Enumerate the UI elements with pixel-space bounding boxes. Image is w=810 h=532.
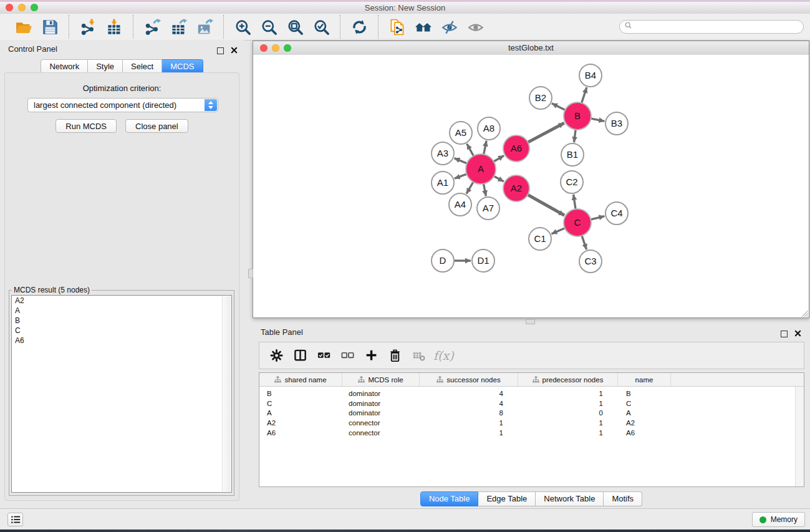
- graph-node-A7[interactable]: A7: [477, 197, 499, 220]
- graph-edge-A-A4[interactable]: [466, 181, 474, 194]
- close-table-panel-icon[interactable]: [794, 328, 801, 339]
- table-cell[interactable]: 1: [518, 429, 618, 437]
- graph-edge-A-A6[interactable]: [493, 156, 504, 163]
- search-input[interactable]: [634, 22, 803, 32]
- graph-edge-C-C1[interactable]: [551, 228, 566, 234]
- tab-select[interactable]: Select: [123, 59, 162, 74]
- close-panel-button[interactable]: Close panel: [125, 119, 188, 133]
- graph-edge-A-A3[interactable]: [455, 158, 468, 164]
- graph-node-D1[interactable]: D1: [472, 249, 494, 272]
- save-session-button[interactable]: [37, 16, 63, 37]
- graph-node-C2[interactable]: C2: [561, 171, 583, 193]
- import-table-button[interactable]: [101, 16, 127, 37]
- graph-edge-A-A7[interactable]: [483, 183, 486, 196]
- table-cell[interactable]: 1: [420, 419, 518, 427]
- table-cell[interactable]: connector: [342, 419, 420, 427]
- column-header-shared-name[interactable]: shared name: [259, 373, 342, 386]
- table-cell[interactable]: A2: [618, 419, 671, 427]
- mcds-result-list[interactable]: A2ABCA6: [11, 295, 232, 493]
- tab-motifs[interactable]: Motifs: [604, 491, 642, 506]
- table-row[interactable]: Bdominator41B: [259, 389, 804, 399]
- table-cell[interactable]: 0: [518, 409, 618, 417]
- table-cell[interactable]: 1: [420, 429, 518, 437]
- task-history-button[interactable]: [7, 513, 23, 526]
- graph-node-C[interactable]: C: [564, 209, 591, 236]
- table-cell[interactable]: B: [259, 390, 342, 397]
- graph-edge-A-A8[interactable]: [483, 141, 486, 156]
- result-list-scrollbar[interactable]: [222, 296, 231, 491]
- table-cell[interactable]: connector: [342, 429, 420, 437]
- window-controls[interactable]: [6, 4, 38, 11]
- tab-node-table[interactable]: Node Table: [420, 491, 479, 506]
- graph-edge-A2-C[interactable]: [527, 194, 565, 215]
- close-panel-icon[interactable]: [231, 45, 238, 56]
- table-cell[interactable]: 1: [518, 419, 618, 427]
- graph-edge-B-B2[interactable]: [552, 104, 566, 110]
- table-cell[interactable]: dominator: [342, 400, 420, 407]
- add-row-button[interactable]: [360, 345, 383, 366]
- table-cell[interactable]: dominator: [342, 409, 420, 417]
- table-row[interactable]: A6connector11A6: [259, 428, 804, 438]
- mcds-result-item[interactable]: A: [12, 306, 231, 316]
- mcds-result-item[interactable]: A2: [12, 296, 231, 306]
- float-table-panel-icon[interactable]: [781, 331, 788, 337]
- tab-style[interactable]: Style: [88, 59, 123, 74]
- search-box[interactable]: [619, 20, 804, 34]
- unselect-all-button[interactable]: [336, 345, 360, 366]
- graph-node-A2[interactable]: A2: [503, 175, 529, 201]
- graph-node-A4[interactable]: A4: [449, 193, 471, 216]
- close-window-icon[interactable]: [6, 4, 13, 11]
- resize-grip-icon[interactable]: [800, 309, 808, 317]
- table-cell[interactable]: 8: [420, 409, 518, 417]
- graph-edge-B-B4[interactable]: [581, 87, 587, 104]
- table-cell[interactable]: B: [618, 390, 671, 397]
- graph-node-B3[interactable]: B3: [605, 112, 628, 135]
- tab-mcds[interactable]: MCDS: [162, 59, 203, 74]
- graph-node-B2[interactable]: B2: [529, 87, 552, 109]
- open-file-button[interactable]: [11, 16, 37, 37]
- mcds-result-item[interactable]: C: [12, 326, 231, 336]
- zoom-out-button[interactable]: [256, 16, 282, 37]
- table-cell[interactable]: 4: [420, 390, 518, 397]
- graph-node-A1[interactable]: A1: [432, 172, 454, 194]
- graph-node-C3[interactable]: C3: [579, 250, 602, 273]
- graph-node-B4[interactable]: B4: [579, 64, 602, 87]
- graph-node-C4[interactable]: C4: [605, 202, 628, 225]
- graph-edge-C-C3[interactable]: [581, 235, 586, 249]
- network-minimize-icon[interactable]: [272, 44, 279, 52]
- column-header-predecessor-nodes[interactable]: predecessor nodes: [518, 373, 618, 386]
- graph-edge-B-B3[interactable]: [590, 118, 605, 122]
- refresh-network-button[interactable]: [346, 16, 372, 37]
- table-cell[interactable]: 4: [420, 400, 518, 407]
- graph-node-B[interactable]: B: [564, 102, 591, 130]
- table-row[interactable]: Adominator80A: [259, 409, 804, 418]
- run-mcds-button[interactable]: Run MCDS: [55, 119, 117, 133]
- graph-node-C1[interactable]: C1: [529, 228, 551, 250]
- column-header-successor-nodes[interactable]: successor nodes: [420, 373, 518, 386]
- mcds-result-item[interactable]: A6: [12, 336, 231, 346]
- graph-edge-C-C4[interactable]: [590, 216, 605, 220]
- tab-network[interactable]: Network: [41, 59, 88, 74]
- delete-row-button[interactable]: [383, 345, 407, 366]
- export-table-button[interactable]: [165, 16, 191, 37]
- graph-node-A5[interactable]: A5: [450, 122, 472, 144]
- network-window-titlebar[interactable]: testGlobe.txt: [253, 41, 809, 56]
- table-cell[interactable]: A6: [259, 429, 342, 437]
- column-header-MCDS-role[interactable]: MCDS role: [342, 373, 420, 386]
- minimize-window-icon[interactable]: [18, 4, 26, 11]
- table-cell[interactable]: 1: [518, 400, 618, 407]
- graph-node-B1[interactable]: B1: [561, 143, 584, 166]
- table-cell[interactable]: dominator: [342, 390, 420, 397]
- table-cell[interactable]: C: [618, 400, 671, 407]
- graph-edge-C-C2[interactable]: [574, 195, 576, 210]
- table-cell[interactable]: A: [259, 409, 342, 417]
- select-all-button[interactable]: [312, 345, 336, 366]
- new-network-from-file-button[interactable]: [384, 16, 410, 37]
- network-canvas[interactable]: AA1A2A3A4A5A6A7A8BB1B2B3B4CC1C2C3C4DD1: [253, 55, 809, 317]
- graph-edge-A6-B[interactable]: [527, 123, 564, 143]
- table-cell[interactable]: 1: [518, 390, 618, 397]
- table-cell[interactable]: A2: [259, 419, 342, 427]
- import-network-button[interactable]: [75, 16, 101, 37]
- graph-node-A6[interactable]: A6: [503, 135, 529, 162]
- float-panel-icon[interactable]: [217, 47, 224, 54]
